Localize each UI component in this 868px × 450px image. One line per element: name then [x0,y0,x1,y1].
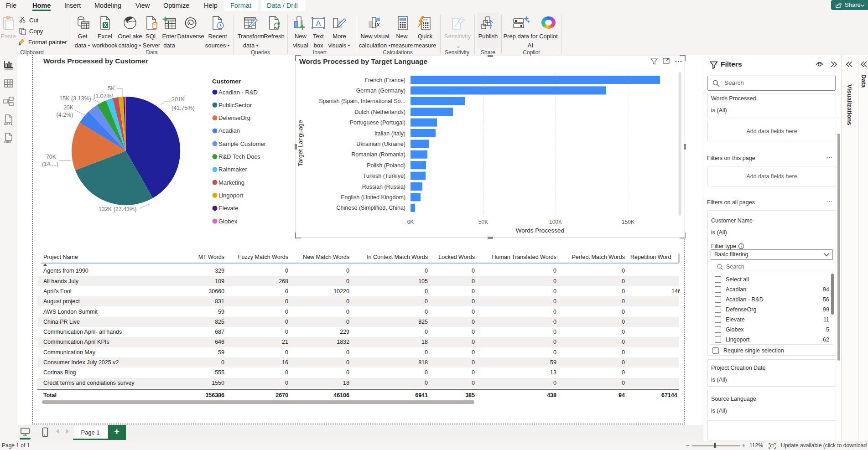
svg-text:Target Language: Target Language [297,120,304,166]
svg-text:(4.2%): (4.2%) [57,112,73,118]
svg-text:Rainmaker: Rainmaker [218,166,248,173]
svg-text:English (United Kingdom): English (United Kingdom) [341,194,405,201]
svg-text:50K: 50K [478,219,488,225]
svg-text:(1.07%): (1.07%) [94,93,114,99]
svg-text:20K: 20K [63,104,74,111]
svg-text:PublicSector: PublicSector [218,102,252,109]
svg-text:(14....): (14....) [42,161,58,167]
svg-text:Turkish (Türkiye): Turkish (Türkiye) [363,173,405,179]
svg-text:Sample Customer: Sample Customer [218,140,266,147]
svg-text:Acadian: Acadian [218,127,240,134]
svg-text:fx: fx [374,20,380,28]
svg-text:132K (27.43%): 132K (27.43%) [99,206,136,212]
svg-text:Chinese (Simplified, China): Chinese (Simplified, China) [337,205,405,211]
svg-text:Lingoport: Lingoport [218,192,244,199]
svg-text:German (Germany): German (Germany) [356,88,405,94]
svg-text:(41.75%): (41.75%) [172,105,195,111]
svg-text:0K: 0K [407,219,414,225]
svg-text:TMDL: TMDL [4,140,12,144]
svg-text:Globex: Globex [218,218,238,225]
svg-text:Romanian (Romania): Romanian (Romania) [351,151,405,158]
svg-text:Spanish (Spain, International: Spanish (Spain, International So... [319,98,405,104]
svg-text:Words Processed by Customer: Words Processed by Customer [43,57,148,65]
svg-text:Polish (Poland): Polish (Poland) [367,162,405,169]
svg-text:Acadian - R&D: Acadian - R&D [218,89,258,96]
svg-text:150K: 150K [622,219,634,225]
svg-text:201K: 201K [172,96,185,103]
svg-text:Customer: Customer [212,78,241,85]
svg-text:Words Processed: Words Processed [516,227,564,234]
svg-text:100K: 100K [549,219,562,225]
svg-text:Portuguese (Portugal): Portuguese (Portugal) [350,119,405,126]
svg-text:X: X [104,23,107,28]
svg-text:70K: 70K [46,154,57,160]
svg-text:A: A [316,19,321,28]
svg-text:DefenseOrg: DefenseOrg [218,114,250,121]
svg-text:Words Processed by Target Lang: Words Processed by Target Language [299,57,427,65]
svg-text:5K: 5K [108,85,115,92]
svg-text:R&D Tech Docs: R&D Tech Docs [218,153,260,160]
svg-text:Russian (Russia): Russian (Russia) [362,184,405,190]
svg-text:Elevate: Elevate [218,205,238,212]
svg-text:French (France): French (France) [364,77,405,83]
svg-text:Italian (Italy): Italian (Italy) [374,130,405,137]
svg-text:DAX: DAX [4,122,10,125]
svg-text:15K (3.13%): 15K (3.13%) [59,95,91,102]
svg-text:Ukrainian (Ukraine): Ukrainian (Ukraine) [356,141,405,147]
svg-text:Marketing: Marketing [218,179,244,186]
svg-text:Dutch (Netherlands): Dutch (Netherlands) [354,109,405,115]
